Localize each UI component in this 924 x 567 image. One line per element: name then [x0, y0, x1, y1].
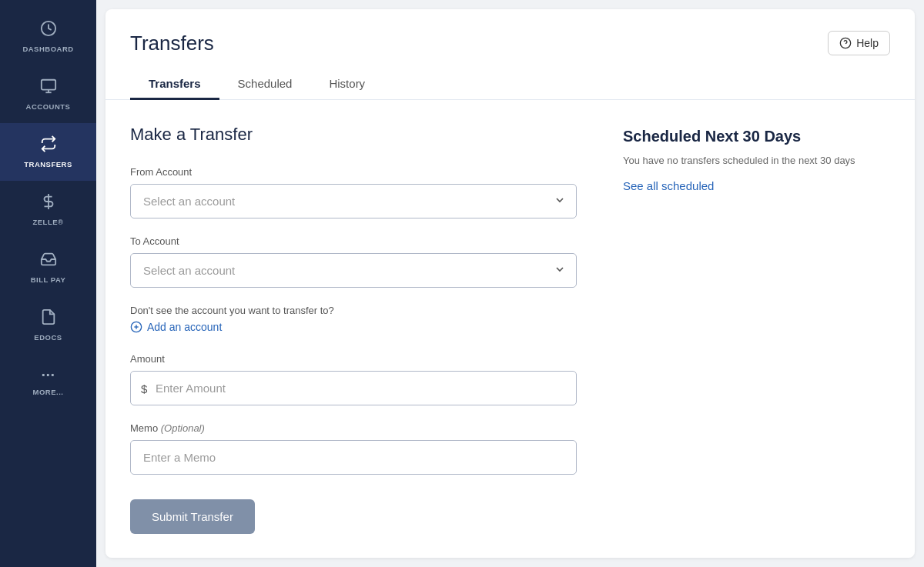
tab-transfers[interactable]: Transfers	[130, 69, 219, 100]
scheduled-title-suffix: Days	[760, 128, 801, 145]
svg-rect-1	[41, 80, 55, 90]
tab-history[interactable]: History	[310, 69, 383, 100]
scheduled-title: Scheduled Next 30 Days	[623, 128, 869, 145]
main-area: Transfers Help Transfers Scheduled Histo…	[96, 0, 924, 567]
to-account-wrapper: Select an account	[130, 253, 577, 288]
sidebar-item-accounts[interactable]: ACCOUNTS	[0, 65, 96, 123]
billpay-icon	[40, 251, 57, 272]
add-account-icon	[130, 321, 142, 333]
transfer-form: Make a Transfer From Account Select an a…	[130, 125, 577, 534]
sidebar-item-dashboard-label: DASHBOARD	[22, 45, 73, 53]
sidebar-item-billpay-label: BILL PAY	[31, 275, 66, 284]
sidebar-item-transfers[interactable]: TRANSFERS	[0, 123, 96, 181]
sidebar-item-billpay[interactable]: BILL PAY	[0, 238, 96, 296]
to-account-label: To Account	[130, 235, 577, 247]
form-title: Make a Transfer	[130, 125, 577, 145]
to-account-group: To Account Select an account	[130, 235, 577, 288]
sidebar: DASHBOARD ACCOUNTS TRANSFERS ZELLE®	[0, 0, 96, 567]
to-account-select[interactable]: Select an account	[130, 253, 577, 288]
amount-label: Amount	[130, 353, 577, 365]
add-account-link[interactable]: Add an account	[130, 321, 222, 333]
amount-group: Amount $	[130, 353, 577, 405]
dollar-sign-icon: $	[141, 382, 147, 395]
help-button-label: Help	[856, 37, 879, 49]
scheduled-days-bold: 30	[743, 128, 760, 145]
page-title: Transfers	[130, 32, 214, 55]
memo-input[interactable]	[130, 440, 577, 475]
memo-group: Memo (Optional)	[130, 422, 577, 475]
submit-button-label: Submit Transfer	[152, 510, 233, 523]
see-all-label: See all scheduled	[623, 179, 714, 192]
sidebar-item-accounts-label: ACCOUNTS	[26, 102, 71, 111]
see-all-scheduled-link[interactable]: See all scheduled	[623, 179, 714, 192]
add-account-hint: Don't see the account you want to transf…	[130, 305, 577, 316]
zelle-icon	[40, 193, 57, 214]
accounts-icon	[40, 78, 57, 98]
sidebar-item-zelle[interactable]: ZELLE®	[0, 181, 96, 238]
help-button[interactable]: Help	[828, 31, 890, 55]
dashboard-icon	[40, 20, 57, 41]
sidebar-item-transfers-label: TRANSFERS	[24, 160, 72, 168]
submit-transfer-button[interactable]: Submit Transfer	[130, 499, 255, 534]
add-account-link-label: Add an account	[147, 321, 222, 333]
transfers-icon	[40, 135, 57, 156]
memo-label: Memo (Optional)	[130, 422, 577, 434]
sidebar-item-zelle-label: ZELLE®	[32, 218, 63, 226]
sidebar-item-edocs-label: EDOCS	[34, 333, 62, 342]
from-account-select[interactable]: Select an account	[130, 184, 577, 218]
from-account-label: From Account	[130, 166, 577, 178]
memo-optional-label: (Optional)	[161, 422, 205, 434]
sidebar-item-dashboard[interactable]: DASHBOARD	[0, 8, 96, 65]
scheduled-panel: Scheduled Next 30 Days You have no trans…	[623, 125, 869, 534]
more-icon: ···	[41, 366, 55, 384]
edocs-icon	[40, 309, 57, 329]
add-account-section: Don't see the account you want to transf…	[130, 305, 577, 336]
page-wrapper: Transfers Help Transfers Scheduled Histo…	[105, 9, 915, 558]
help-icon	[839, 37, 852, 49]
sidebar-item-edocs[interactable]: EDOCS	[0, 296, 96, 354]
sidebar-item-more-label: MORE...	[33, 388, 64, 396]
scheduled-subtitle: You have no transfers scheduled in the n…	[623, 153, 869, 168]
page-header: Transfers Help	[105, 9, 915, 55]
sidebar-item-more[interactable]: ··· MORE...	[0, 354, 96, 409]
from-account-wrapper: Select an account	[130, 184, 577, 218]
page-content: Make a Transfer From Account Select an a…	[105, 100, 915, 558]
scheduled-title-prefix: Scheduled Next	[623, 128, 743, 145]
tabs-container: Transfers Scheduled History	[105, 69, 915, 100]
tab-scheduled[interactable]: Scheduled	[219, 69, 311, 100]
amount-input[interactable]	[130, 371, 577, 405]
amount-wrapper: $	[130, 371, 577, 405]
from-account-group: From Account Select an account	[130, 166, 577, 218]
